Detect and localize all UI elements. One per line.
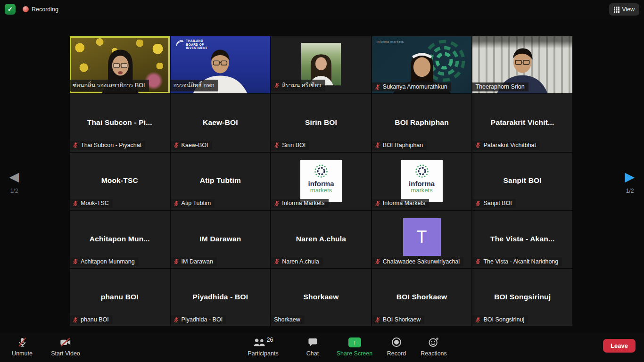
unmute-button[interactable]: Unmute [7,337,38,357]
record-label: Record [387,350,406,357]
recording-dot-icon [23,6,29,12]
participant-name: Sirin BOI [271,118,371,127]
participants-button[interactable]: 26 Participants [243,337,283,357]
participant-name: Kaew-BOI [171,118,271,127]
reactions-button[interactable]: Reactions [416,337,452,357]
start-video-label: Start Video [51,350,80,357]
participant-tile[interactable]: Theeraphorn Srion [472,36,572,93]
participant-tile[interactable]: BOI Songsirinuj BOI Songsirinuj [472,269,572,326]
participant-tile[interactable]: IM Darawan IM Darawan [171,211,271,268]
participants-label: Participants [248,350,278,357]
participants-icon [253,338,265,347]
participant-tile[interactable]: Patarakrit Vichit... Patarakrit Vichitbh… [472,94,572,151]
participant-label: Mook-TSC [70,199,113,208]
participant-tile[interactable]: Piyadhida - BOI Piyadhida - BOI [171,269,271,326]
participant-name: Thai Subcon - Pi... [70,118,170,127]
participant-tile[interactable]: Kaew-BOI Kaew-BOI [171,94,271,151]
participant-name: Mook-TSC [70,177,170,185]
participant-label: Sanpit BOI [472,199,515,208]
participant-name: Sanpit BOI [472,177,572,185]
participant-tile[interactable]: Thai Subcon - Pi... Thai Subcon - Piyach… [70,94,170,151]
participant-tile[interactable]: Sirin BOI Sirin BOI [271,94,371,151]
participant-tile[interactable]: phanu BOI phanu BOI [70,269,170,326]
muted-mic-icon [173,317,179,323]
participant-label: Theeraphorn Srion [472,82,528,91]
participant-tile[interactable]: Mook-TSC Mook-TSC [70,153,170,210]
recording-label: Recording [32,6,58,13]
participant-name: Achitapon Mun... [70,235,170,243]
participant-tile[interactable]: informa markets Informa Markets [271,153,371,210]
previous-page-arrow[interactable]: ◀ 1/2 [3,170,25,194]
record-icon [392,337,401,347]
muted-mic-icon [274,82,280,89]
participant-label: Chalawadee Sakunwiriyachai [372,257,463,266]
meeting-toolbar: Unmute Start Video 26 Participants [0,333,644,362]
participant-tile[interactable]: informa markets Sukanya Amornurathkun [372,36,472,93]
person-photo [301,43,341,85]
participant-label: Sirin BOI [271,141,309,150]
participant-name: BOI Shorkaew [372,293,472,302]
participant-tile[interactable]: Sanpit BOI Sanpit BOI [472,153,572,210]
muted-mic-icon [375,142,380,148]
participant-tile[interactable]: The Vista - Akan... The Vista - Akanit N… [472,211,572,268]
participant-label: BOI Raphiphan [372,141,427,150]
participant-label: BOI Shorkaew [372,315,425,324]
informa-watermark: informa markets [377,40,404,43]
participant-tile[interactable]: informa markets Informa Markets [372,153,472,210]
participant-label: Atip Tubtim [171,199,215,208]
muted-mic-icon [274,200,280,206]
muted-mic-icon [173,200,179,206]
reactions-label: Reactions [421,350,447,357]
participant-tile[interactable]: Achitapon Mun... Achitapon Munmang [70,211,170,268]
participant-label: Patarakrit Vichitbhat [472,141,540,150]
participant-tile[interactable]: สิรามน ศรีเขียว [271,36,371,93]
participant-tile[interactable]: T Chalawadee Sakunwiriyachai [372,211,472,268]
view-button[interactable]: View [609,3,639,16]
informa-markets-logo: informa markets [401,160,443,202]
muted-mic-icon [475,200,481,206]
participant-tile[interactable]: Atip Tubtim Atip Tubtim [171,153,271,210]
next-page-arrow[interactable]: ▶ 1/2 [619,170,641,194]
participant-tile[interactable]: ซ่อนกลิ่น รองเลขาธิการ BOI [70,36,170,93]
participant-tile[interactable]: THAILAND BOARD OF INVESTMENT อรรจน์สิทธิ… [171,36,271,93]
muted-mic-icon [274,142,280,148]
informa-circle-icon [414,163,430,179]
participant-name: phanu BOI [70,293,170,302]
muted-mic-icon [274,258,280,264]
participant-label: The Vista - Akanit Narkthong [472,257,562,266]
gallery-grid-icon [614,7,616,8]
page-indicator: 1/2 [619,188,641,194]
chat-label: Chat [306,350,319,357]
participant-tile[interactable]: BOI Raphiphan BOI Raphiphan [372,94,472,151]
participant-name: Naren A.chula [271,235,371,243]
muted-mic-icon [475,258,481,264]
start-video-button[interactable]: Start Video [47,337,84,357]
participant-tile[interactable]: Shorkaew Shorkaew [271,269,371,326]
muted-mic-icon [173,258,179,264]
chat-button[interactable]: Chat [300,337,325,357]
participant-name: Shorkaew [271,293,371,302]
muted-mic-icon [73,258,78,264]
share-screen-button[interactable]: Share Screen [332,337,377,357]
muted-mic-icon [73,142,78,148]
muted-mic-icon [475,317,481,323]
left-arrow-icon[interactable]: ◀ [3,170,25,184]
participant-tile[interactable]: Naren A.chula Naren A.chula [271,211,371,268]
right-arrow-icon[interactable]: ▶ [619,170,641,184]
letter-avatar: T [403,218,441,256]
participant-label: อรรจน์สิทธิ์ กพก [171,80,218,91]
participant-name: IM Darawan [171,235,271,243]
participant-tile[interactable]: BOI Shorkaew BOI Shorkaew [372,269,472,326]
participant-label: IM Darawan [171,257,217,266]
share-screen-label: Share Screen [337,350,372,357]
record-button[interactable]: Record [383,337,410,357]
muted-mic-icon [375,200,380,206]
muted-mic-icon [173,142,179,148]
participant-label: ซ่อนกลิ่น รองเลขาธิการ BOI [70,80,149,91]
leave-button[interactable]: Leave [603,339,636,353]
security-shield-icon[interactable] [5,4,16,15]
participant-name: Patarakrit Vichit... [472,118,572,127]
unmute-label: Unmute [12,350,33,357]
participant-label: Sukanya Amornurathkun [372,82,451,91]
camera-off-icon [60,337,71,347]
